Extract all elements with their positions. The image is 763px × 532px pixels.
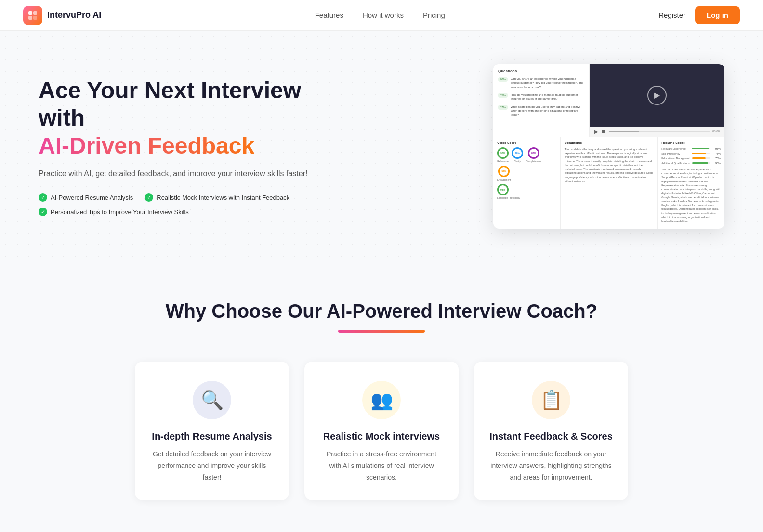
dash-video: ▶ bbox=[590, 64, 724, 127]
dash-video-score: Video Score 93% Relevance 90% Clarity 87… bbox=[493, 137, 560, 229]
rs-label-1: Skill Proficiency bbox=[661, 152, 690, 155]
resume-score-relevant: Relevant Experience 93% bbox=[661, 147, 721, 150]
score-circle-clarity: 90% bbox=[512, 147, 523, 159]
hero-title: Ace Your Next Interview with AI-Driven F… bbox=[39, 77, 318, 160]
card-desc-resume: Get detailed feedback on your interview … bbox=[150, 449, 274, 483]
hero-subtitle: Practice with AI, get detailed feedback,… bbox=[39, 168, 318, 180]
comment-body: The candidate effectively addressed the … bbox=[565, 147, 653, 183]
svg-rect-2 bbox=[28, 16, 32, 20]
rs-fill-0 bbox=[692, 148, 709, 149]
nav-pricing[interactable]: Pricing bbox=[423, 11, 445, 19]
nav-how-it-works[interactable]: How it works bbox=[363, 11, 404, 19]
hero-title-line2: AI-Driven Feedback bbox=[39, 133, 254, 158]
logo[interactable]: IntervuPro AI bbox=[23, 6, 101, 25]
hero-feature-label-0: AI-Powered Resume Analysis bbox=[51, 194, 133, 201]
rs-bar-1 bbox=[692, 153, 710, 154]
score-language: 93% Language Proficiency bbox=[497, 184, 556, 199]
hero-feature-0: ✓ AI-Powered Resume Analysis bbox=[39, 193, 133, 202]
progress-fill bbox=[609, 131, 639, 132]
dash-questions: Questions 90% Can you share an experienc… bbox=[493, 64, 590, 137]
card-desc-feedback: Receive immediate feedback on your inter… bbox=[489, 449, 613, 483]
resume-icon: 🔍 bbox=[201, 389, 224, 411]
rs-fill-1 bbox=[692, 153, 706, 154]
register-button[interactable]: Register bbox=[658, 11, 685, 19]
play-control-icon[interactable]: ▶ bbox=[594, 129, 598, 134]
dash-q-1: 85% How do you prioritize and manage mul… bbox=[498, 93, 584, 101]
card-title-mock: Realistic Mock interviews bbox=[320, 431, 443, 442]
progress-bar bbox=[609, 131, 710, 132]
why-underline bbox=[338, 330, 425, 333]
comments-title: Comments bbox=[565, 141, 653, 144]
resume-score-additional: Additional Qualifications 90% bbox=[661, 162, 721, 165]
feedback-icon: 📋 bbox=[540, 389, 563, 411]
card-mock: 👥 Realistic Mock interviews Practice in … bbox=[304, 362, 459, 500]
card-title-feedback: Instant Feedback & Scores bbox=[489, 431, 613, 442]
dash-q-0: 90% Can you share an experience where yo… bbox=[498, 77, 584, 89]
hero-feature-2: ✓ Personalized Tips to Improve Your Inte… bbox=[39, 208, 189, 216]
nav-links: Features How it works Pricing bbox=[315, 11, 445, 19]
rs-bar-0 bbox=[692, 148, 710, 149]
score-row: 93% Relevance 90% Clarity 87% Completene… bbox=[497, 147, 556, 181]
dash-questions-title: Questions bbox=[498, 69, 584, 73]
resume-score-education: Educational Background 75% bbox=[661, 157, 721, 160]
rs-fill-3 bbox=[692, 162, 708, 164]
hero-title-line1: Ace Your Next Interview with bbox=[39, 78, 301, 131]
hero-section: Ace Your Next Interview with AI-Driven F… bbox=[0, 31, 763, 262]
dash-q-text-1: How do you prioritize and manage multipl… bbox=[511, 93, 584, 101]
score-completeness: 87% Completeness bbox=[526, 147, 541, 163]
rs-val-0: 93% bbox=[712, 147, 721, 150]
rs-bar-2 bbox=[692, 157, 710, 159]
hero-left: Ace Your Next Interview with AI-Driven F… bbox=[39, 77, 318, 216]
dash-top: Questions 90% Can you share an experienc… bbox=[493, 64, 724, 137]
nav-features[interactable]: Features bbox=[315, 11, 343, 19]
dash-comments: Comments The candidate effectively addre… bbox=[560, 137, 658, 229]
score-circle-language: 93% bbox=[497, 184, 509, 195]
check-icon-2: ✓ bbox=[39, 208, 47, 216]
score-engagement: 92% Engagement bbox=[497, 166, 511, 181]
hero-features: ✓ AI-Powered Resume Analysis ✓ Realistic… bbox=[39, 193, 318, 216]
card-feedback: 📋 Instant Feedback & Scores Receive imme… bbox=[474, 362, 628, 500]
nav-actions: Register Log in bbox=[658, 6, 740, 24]
play-button[interactable]: ▶ bbox=[647, 86, 667, 105]
dash-q-2: 87% What strategies do you use to stay p… bbox=[498, 105, 584, 117]
mock-icon: 👥 bbox=[370, 389, 393, 411]
rs-label-2: Educational Background bbox=[661, 157, 690, 160]
rs-bar-3 bbox=[692, 162, 710, 164]
score-relevance: 93% Relevance bbox=[497, 147, 509, 163]
dash-q-badge-2: 87% bbox=[498, 105, 508, 110]
svg-rect-1 bbox=[33, 11, 37, 15]
pause-control-icon[interactable]: ⏹ bbox=[601, 129, 606, 134]
score-label-relevance: Relevance bbox=[497, 160, 509, 163]
hero-feature-label-2: Personalized Tips to Improve Your Interv… bbox=[51, 208, 189, 216]
card-icon-resume: 🔍 bbox=[193, 381, 231, 419]
login-button[interactable]: Log in bbox=[695, 6, 740, 24]
hero-right: Questions 90% Can you share an experienc… bbox=[318, 64, 724, 229]
score-label-language: Language Proficiency bbox=[497, 196, 520, 199]
video-score-title: Video Score bbox=[497, 141, 556, 144]
navbar: IntervuPro AI Features How it works Pric… bbox=[0, 0, 763, 31]
logo-icon bbox=[23, 6, 42, 25]
card-resume: 🔍 In-depth Resume Analysis Get detailed … bbox=[135, 362, 289, 500]
hero-feature-label-1: Realistic Mock Interviews with Instant F… bbox=[157, 194, 289, 201]
resume-score-title: Resume Score bbox=[661, 141, 721, 144]
card-icon-mock: 👥 bbox=[362, 381, 401, 419]
score-label-engagement: Engagement bbox=[497, 178, 511, 181]
rs-fill-2 bbox=[692, 157, 706, 159]
resume-comment-body: The candidate has extensive experience i… bbox=[661, 168, 721, 223]
score-label-clarity: Clarity bbox=[514, 160, 521, 163]
time-display: 00:00 bbox=[712, 130, 720, 133]
score-circle-completeness: 87% bbox=[528, 147, 539, 159]
card-desc-mock: Practice in a stress-free environment wi… bbox=[320, 449, 443, 483]
card-title-resume: In-depth Resume Analysis bbox=[150, 431, 274, 442]
dashboard-mock: Questions 90% Can you share an experienc… bbox=[493, 64, 724, 229]
rs-label-0: Relevant Experience bbox=[661, 147, 690, 150]
logo-text: IntervuPro AI bbox=[47, 10, 101, 20]
dash-bottom: Video Score 93% Relevance 90% Clarity 87… bbox=[493, 137, 724, 229]
hero-feature-1: ✓ Realistic Mock Interviews with Instant… bbox=[145, 193, 289, 202]
check-icon-0: ✓ bbox=[39, 193, 47, 202]
rs-label-3: Additional Qualifications bbox=[661, 162, 690, 165]
rs-val-2: 75% bbox=[712, 157, 721, 160]
svg-rect-3 bbox=[33, 16, 37, 20]
rs-val-1: 75% bbox=[712, 152, 721, 155]
score-circle-relevance: 93% bbox=[497, 147, 509, 159]
